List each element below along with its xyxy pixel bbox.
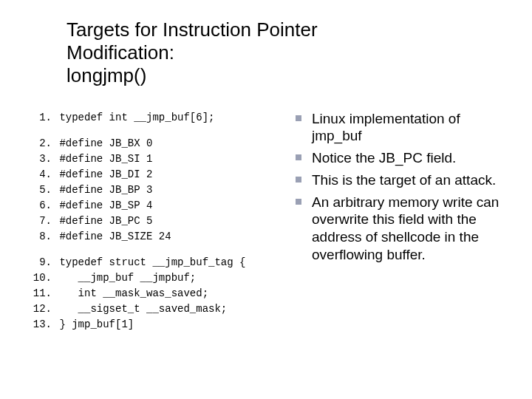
bullet-text: Linux implementation of jmp_buf [312, 111, 460, 144]
code-line: 7. #define JB_PC 5 [30, 214, 288, 229]
line-number: 13. [30, 317, 52, 332]
list-item: An arbitrary memory write can overwrite … [296, 194, 502, 264]
code-text: } jmp_buf[1] [59, 318, 134, 330]
bullet-list: Linux implementation of jmp_buf Notice t… [296, 110, 502, 264]
line-number: 4. [30, 167, 52, 183]
line-number: 11. [30, 286, 52, 301]
line-number: 2. [30, 136, 52, 151]
list-item: Linux implementation of jmp_buf [296, 110, 502, 146]
code-line: 9. typedef struct __jmp_buf_tag { [30, 255, 288, 270]
code-text: #define JB_BX 0 [59, 137, 152, 149]
code-text: #define JB_SP 4 [59, 200, 152, 211]
square-bullet-icon [296, 115, 301, 121]
title-line-2: Modification: [66, 41, 174, 64]
code-column: 1. typedef int __jmp_buf[6]; 2. #define … [30, 110, 288, 332]
code-text: __jmp_buf __jmpbuf; [59, 272, 196, 284]
line-number: 8. [30, 229, 52, 245]
bullet-text: An arbitrary memory write can overwrite … [312, 194, 499, 262]
line-number: 1. [30, 110, 52, 126]
square-bullet-icon [296, 199, 301, 205]
code-text: typedef int __jmp_buf[6]; [59, 112, 214, 123]
code-line: 5. #define JB_BP 3 [30, 183, 288, 198]
square-bullet-icon [296, 177, 301, 183]
bullet-text: Notice the JB_PC field. [312, 150, 456, 166]
code-line: 1. typedef int __jmp_buf[6]; [30, 110, 288, 126]
code-line: 4. #define JB_DI 2 [30, 167, 288, 183]
code-text: #define JB_SI 1 [59, 153, 152, 165]
line-number: 5. [30, 183, 52, 198]
content-row: 1. typedef int __jmp_buf[6]; 2. #define … [30, 110, 502, 332]
bullet-text: This is the target of an attack. [312, 172, 496, 188]
code-line: 8. #define JB_SIZE 24 [30, 229, 288, 245]
code-line: 10. __jmp_buf __jmpbuf; [30, 270, 288, 286]
code-line: 3. #define JB_SI 1 [30, 151, 288, 167]
code-line: 2. #define JB_BX 0 [30, 136, 288, 151]
code-gap [30, 126, 288, 136]
code-line: 6. #define JB_SP 4 [30, 198, 288, 214]
bullets-column: Linux implementation of jmp_buf Notice t… [288, 110, 502, 332]
list-item: Notice the JB_PC field. [296, 149, 502, 167]
slide-title: Targets for Instruction Pointer Modifica… [66, 18, 502, 88]
code-line: 13. } jmp_buf[1] [30, 317, 288, 332]
line-number: 6. [30, 198, 52, 214]
code-text: #define JB_BP 3 [59, 184, 152, 196]
code-text: #define JB_PC 5 [59, 215, 152, 227]
list-item: This is the target of an attack. [296, 171, 502, 189]
line-number: 3. [30, 151, 52, 167]
line-number: 12. [30, 301, 52, 317]
code-text: __sigset_t __saved_mask; [59, 303, 227, 315]
code-line: 12. __sigset_t __saved_mask; [30, 301, 288, 317]
title-line-1: Targets for Instruction Pointer [66, 18, 318, 41]
slide: Targets for Instruction Pointer Modifica… [0, 0, 532, 399]
code-gap [30, 245, 288, 255]
code-text: typedef struct __jmp_buf_tag { [59, 256, 245, 268]
code-text: int __mask_was_saved; [59, 287, 208, 299]
code-line: 11. int __mask_was_saved; [30, 286, 288, 301]
code-text: #define JB_SIZE 24 [59, 231, 171, 242]
code-text: #define JB_DI 2 [59, 168, 152, 180]
line-number: 10. [30, 270, 52, 286]
square-bullet-icon [296, 154, 301, 160]
line-number: 7. [30, 214, 52, 229]
line-number: 9. [30, 255, 52, 270]
title-line-3: longjmp() [66, 64, 146, 86]
